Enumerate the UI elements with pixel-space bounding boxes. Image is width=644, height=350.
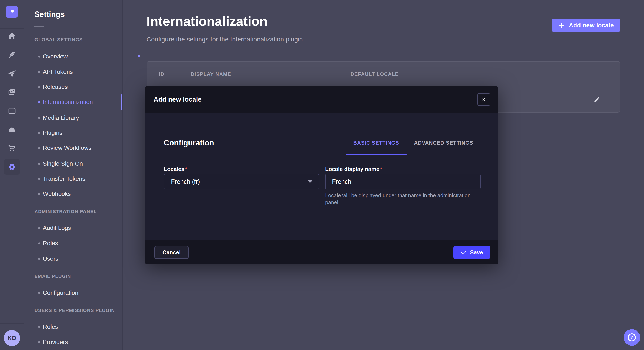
deploy-button[interactable] (4, 66, 20, 82)
sidebar-title: Settings (34, 10, 65, 19)
cloud-icon (8, 125, 16, 134)
active-item-indicator (120, 94, 122, 110)
sidebar-item-overview[interactable]: Overview (38, 53, 68, 60)
rail-divider (0, 323, 24, 324)
sidebar-title-underline (34, 26, 44, 27)
column-header-default-locale: DEFAULT LOCALE (350, 71, 399, 77)
sidebar-item-providers[interactable]: Providers (38, 338, 68, 346)
bullet-icon (38, 292, 40, 294)
page-title: Internationalization (146, 14, 268, 29)
sidebar-item-email-configuration[interactable]: Configuration (38, 289, 78, 297)
modal-header: Add new locale (145, 86, 498, 113)
images-icon (8, 88, 16, 97)
bullet-icon (38, 56, 40, 58)
save-button[interactable]: Save (454, 246, 490, 259)
content-builder-button[interactable] (4, 47, 20, 63)
home-button[interactable] (4, 28, 20, 44)
tab-basic-settings[interactable]: BASIC SETTINGS (346, 140, 406, 146)
add-new-locale-button[interactable]: Add new locale (552, 19, 620, 32)
app-window: KD Settings GLOBAL SETTINGS Overview API… (0, 0, 644, 350)
display-name-hint: Locale will be displayed under that name… (325, 192, 476, 206)
column-header-id: ID (159, 71, 164, 77)
section-email-plugin: EMAIL PLUGIN (34, 273, 71, 279)
modal-footer: Cancel Save (145, 240, 498, 264)
sidebar-item-admin-roles[interactable]: Roles (38, 239, 58, 247)
cloud-button[interactable] (4, 122, 20, 138)
required-asterisk: * (184, 166, 187, 172)
layout-icon (8, 106, 16, 115)
icon-rail: KD (0, 0, 24, 350)
tab-advanced-settings[interactable]: ADVANCED SETTINGS (406, 140, 481, 146)
bullet-icon (38, 242, 40, 244)
settings-button[interactable] (4, 159, 20, 175)
cancel-button[interactable]: Cancel (154, 246, 189, 259)
bullet-icon (38, 101, 40, 103)
plus-icon (558, 22, 565, 29)
edit-row-button[interactable] (593, 96, 600, 103)
bullet-icon (38, 227, 40, 229)
cart-icon (8, 144, 16, 153)
column-header-display-name: DISPLAY NAME (191, 71, 231, 77)
sidebar-item-plugins[interactable]: Plugins (38, 129, 62, 137)
strapi-logo[interactable] (6, 5, 18, 18)
bullet-icon (38, 341, 40, 343)
help-button[interactable]: ? (624, 329, 640, 346)
check-icon (461, 249, 466, 255)
marketplace-button[interactable] (4, 140, 20, 156)
locales-label: Locales* (164, 166, 187, 173)
chevron-down-icon (308, 180, 312, 183)
close-modal-button[interactable] (478, 93, 490, 106)
close-icon (481, 97, 486, 102)
bullet-icon (38, 178, 40, 180)
strapi-logo-icon (8, 8, 16, 15)
add-new-locale-modal: Add new locale Configuration BASIC SETTI… (145, 86, 498, 264)
pencil-icon (593, 96, 600, 103)
section-administration-panel: ADMINISTRATION PANEL (34, 209, 97, 214)
user-avatar[interactable]: KD (4, 330, 20, 346)
settings-tabs: BASIC SETTINGS ADVANCED SETTINGS (346, 140, 481, 146)
sidebar-item-up-roles[interactable]: Roles (38, 323, 58, 331)
tabs-divider (164, 155, 481, 155)
home-icon (8, 32, 16, 41)
media-library-button[interactable] (4, 84, 20, 100)
display-name-label: Locale display name* (325, 166, 382, 173)
bullet-icon (38, 193, 40, 195)
bullet-icon (38, 326, 40, 328)
sidebar-item-api-tokens[interactable]: API Tokens (38, 68, 73, 76)
locales-select[interactable]: French (fr) (164, 174, 319, 189)
page-subtitle: Configure the settings for the Internati… (146, 36, 303, 43)
notification-dot (138, 55, 140, 57)
modal-title: Add new locale (154, 86, 202, 113)
content-manager-button[interactable] (4, 103, 20, 119)
question-mark-icon: ? (628, 334, 636, 342)
sidebar-item-audit-logs[interactable]: Audit Logs (38, 224, 71, 232)
paper-plane-icon (8, 69, 16, 78)
bullet-icon (38, 147, 40, 149)
section-global-settings: GLOBAL SETTINGS (34, 37, 83, 43)
sidebar-item-webhooks[interactable]: Webhooks (38, 190, 71, 198)
sidebar-item-single-sign-on[interactable]: Single Sign-On (38, 160, 83, 168)
sidebar-item-media-library[interactable]: Media Library (38, 114, 79, 122)
sidebar-item-internationalization[interactable]: Internationalization (38, 98, 93, 106)
sidebar-item-review-workflows[interactable]: Review Workflows (38, 144, 91, 152)
required-asterisk: * (379, 166, 382, 172)
sidebar-item-releases[interactable]: Releases (38, 83, 68, 91)
sidebar-item-transfer-tokens[interactable]: Transfer Tokens (38, 175, 85, 183)
bullet-icon (38, 163, 40, 165)
display-name-input[interactable] (325, 174, 481, 189)
bullet-icon (38, 86, 40, 88)
bullet-icon (38, 71, 40, 73)
gear-icon (8, 163, 16, 172)
bullet-icon (38, 117, 40, 119)
settings-sidebar: Settings GLOBAL SETTINGS Overview API To… (24, 0, 123, 350)
sidebar-item-users[interactable]: Users (38, 255, 58, 263)
configuration-heading: Configuration (164, 138, 214, 147)
feather-icon (8, 50, 16, 59)
bullet-icon (38, 132, 40, 134)
bullet-icon (38, 258, 40, 260)
section-users-permissions-plugin: USERS & PERMISSIONS PLUGIN (34, 308, 115, 313)
